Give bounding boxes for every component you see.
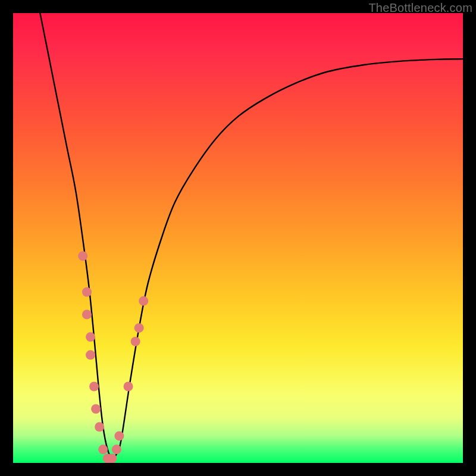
scatter-dot (124, 381, 133, 391)
chart-frame: TheBottleneck.com (0, 0, 476, 476)
scatter-dot (95, 422, 104, 432)
scatter-dot (134, 323, 144, 333)
scatter-dot (86, 332, 95, 342)
scatter-dot (107, 453, 117, 463)
scatter-dot (114, 431, 124, 441)
bottleneck-curve (40, 13, 463, 459)
scatter-dot (89, 381, 99, 391)
scatter-dot (98, 444, 108, 454)
scatter-dot (78, 251, 87, 261)
plot-area (13, 13, 463, 463)
scatter-dot (139, 296, 148, 306)
scatter-dot (91, 404, 101, 414)
scatter-dot (86, 350, 95, 360)
watermark-text: TheBottleneck.com (368, 1, 472, 15)
scatter-dot (112, 444, 121, 454)
scatter-dot (82, 310, 92, 320)
scatter-dot (131, 337, 140, 346)
scatter-dot (82, 287, 92, 297)
curve-svg (13, 13, 463, 463)
